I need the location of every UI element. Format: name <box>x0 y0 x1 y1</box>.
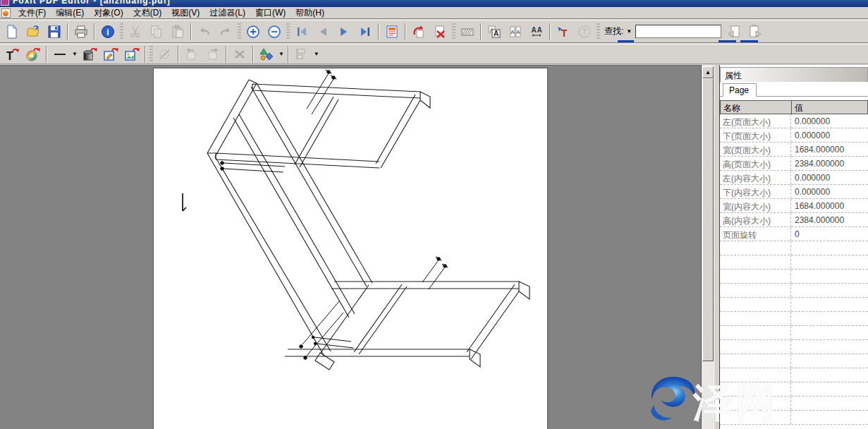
zoom-in-button[interactable] <box>243 23 263 41</box>
scroll-up-button[interactable]: ▲ <box>702 66 714 78</box>
paste-button[interactable] <box>168 23 188 41</box>
property-row[interactable]: 左(页面大小)0.000000 <box>720 114 868 128</box>
next-page-button[interactable] <box>334 23 354 41</box>
align-objects-button[interactable] <box>292 45 312 64</box>
zoom-out-button[interactable] <box>264 23 284 41</box>
scrollbar-thumb[interactable] <box>702 78 714 361</box>
menu-help[interactable]: 帮助(H) <box>291 6 329 20</box>
undo-button[interactable] <box>195 23 214 41</box>
rotate-object-left-button[interactable] <box>182 45 202 64</box>
property-row[interactable]: 下(内容大小)0.000000 <box>720 185 868 199</box>
font-spacing-button[interactable]: AA <box>527 23 546 41</box>
find-dropdown-arrow[interactable]: ▼ <box>626 28 632 35</box>
menu-window[interactable]: 窗口(W) <box>250 6 291 20</box>
properties-table-body: 左(页面大小)0.000000 下(页面大小)0.000000 宽(页面大小)1… <box>720 114 868 425</box>
find-previous-icon <box>727 25 741 39</box>
add-text-icon: T <box>556 25 570 39</box>
document-info-button[interactable]: i <box>98 23 118 41</box>
toolbar-drag-handle[interactable] <box>238 23 241 40</box>
copy-button[interactable] <box>147 23 166 41</box>
add-text-button[interactable]: T <box>554 23 573 41</box>
toolbar-drag-handle[interactable] <box>120 23 123 40</box>
cut-button[interactable] <box>126 23 145 41</box>
add-color-object-button[interactable] <box>23 45 43 64</box>
deselect-button[interactable] <box>155 45 175 64</box>
property-row[interactable]: 宽(页面大小)1684.000000 <box>720 143 868 157</box>
delete-object-button[interactable] <box>230 45 250 64</box>
find-previous-button[interactable] <box>724 23 744 41</box>
color-wheel-icon <box>25 47 41 62</box>
edit-object-button[interactable] <box>101 45 121 64</box>
text-circle-icon: T <box>577 25 592 39</box>
canvas-workspace[interactable] <box>0 65 701 429</box>
add-shading-object-button[interactable] <box>80 45 99 64</box>
page-thumbnails-button[interactable] <box>382 23 402 41</box>
find-next-icon <box>748 25 762 39</box>
hatch-tool-button[interactable] <box>458 23 477 41</box>
text-mode-button[interactable]: T <box>575 23 594 41</box>
property-row-empty <box>720 284 868 298</box>
menu-edit[interactable]: 编辑(E) <box>51 6 89 20</box>
delete-page-button[interactable] <box>430 23 450 41</box>
add-image-object-button[interactable] <box>122 45 142 64</box>
property-row[interactable]: 宽(内容大小)1684.000000 <box>720 199 868 213</box>
line-style-button[interactable] <box>50 45 70 64</box>
separator <box>226 46 227 63</box>
panel-splitter[interactable] <box>714 65 720 429</box>
print-button[interactable] <box>71 23 91 41</box>
menu-view[interactable]: 视图(V) <box>166 6 204 20</box>
menu-object[interactable]: 对象(O) <box>89 6 128 20</box>
toolbar-drag-handle[interactable] <box>286 23 290 40</box>
save-icon <box>47 25 61 39</box>
first-page-button[interactable] <box>292 23 312 41</box>
last-page-button[interactable] <box>355 23 375 41</box>
menu-filter[interactable]: 过滤器(L) <box>204 6 250 20</box>
toolbar-drag-handle[interactable] <box>452 23 456 40</box>
property-row[interactable]: 左(内容大小)0.000000 <box>720 171 868 185</box>
property-row[interactable]: 页面旋转0 <box>720 227 868 241</box>
separator <box>480 23 482 40</box>
align-dropdown-arrow[interactable]: ▼ <box>314 51 319 57</box>
find-prev-underline <box>719 40 736 42</box>
find-next-button[interactable] <box>745 23 765 41</box>
toolbar-drag-handle[interactable] <box>149 46 153 63</box>
toolbar-drag-handle[interactable] <box>597 23 600 40</box>
rotate-right-icon <box>206 47 220 61</box>
property-row[interactable]: 下(页面大小)0.000000 <box>720 128 868 143</box>
vertical-scrollbar[interactable]: ▲ <box>701 65 714 429</box>
svg-text:A: A <box>494 30 499 37</box>
property-row[interactable]: 高(内容大小)2384.000000 <box>720 213 868 227</box>
menu-bar: 文件(F) 编辑(E) 对象(O) 文档(D) 视图(V) 过滤器(L) 窗口(… <box>0 7 868 19</box>
add-text-object-button[interactable]: T <box>2 45 22 64</box>
separator <box>405 23 406 40</box>
menu-file[interactable]: 文件(F) <box>13 6 51 20</box>
property-row[interactable]: 高(页面大小)2384.000000 <box>720 157 868 171</box>
find-input[interactable] <box>635 25 721 38</box>
open-file-button[interactable] <box>23 23 43 41</box>
pdf-page[interactable] <box>153 68 548 429</box>
save-button[interactable] <box>44 23 64 41</box>
font-style-button[interactable]: AA <box>484 23 504 41</box>
line-style-dropdown-arrow[interactable]: ▼ <box>72 51 78 57</box>
property-row-empty <box>720 382 868 397</box>
properties-panel: 属性 Page 名称 值 左(页面大小)0.000000 下(页面大小)0.00… <box>720 65 868 429</box>
svg-text:T: T <box>6 50 13 62</box>
redo-button[interactable] <box>216 23 236 41</box>
rotate-object-right-button[interactable] <box>203 45 223 64</box>
image-box-icon <box>124 47 140 62</box>
previous-page-button[interactable] <box>313 23 333 41</box>
font-style-icon: AA <box>487 25 501 39</box>
delete-page-icon <box>433 25 447 39</box>
shape-dropdown-arrow[interactable]: ▼ <box>279 51 284 57</box>
tab-page[interactable]: Page <box>723 83 757 97</box>
menu-document[interactable]: 文档(D) <box>128 6 167 20</box>
svg-text:A: A <box>531 26 536 34</box>
text-object-icon: T <box>4 47 20 62</box>
new-file-button[interactable] <box>2 23 22 41</box>
rotate-page-button[interactable] <box>409 23 429 41</box>
page-thumbnails-icon <box>385 25 399 39</box>
insert-shape-button[interactable] <box>257 45 276 64</box>
font-width-button[interactable]: AA <box>506 23 525 41</box>
property-row-empty <box>720 298 868 312</box>
properties-panel-title: 属性 <box>720 67 868 82</box>
